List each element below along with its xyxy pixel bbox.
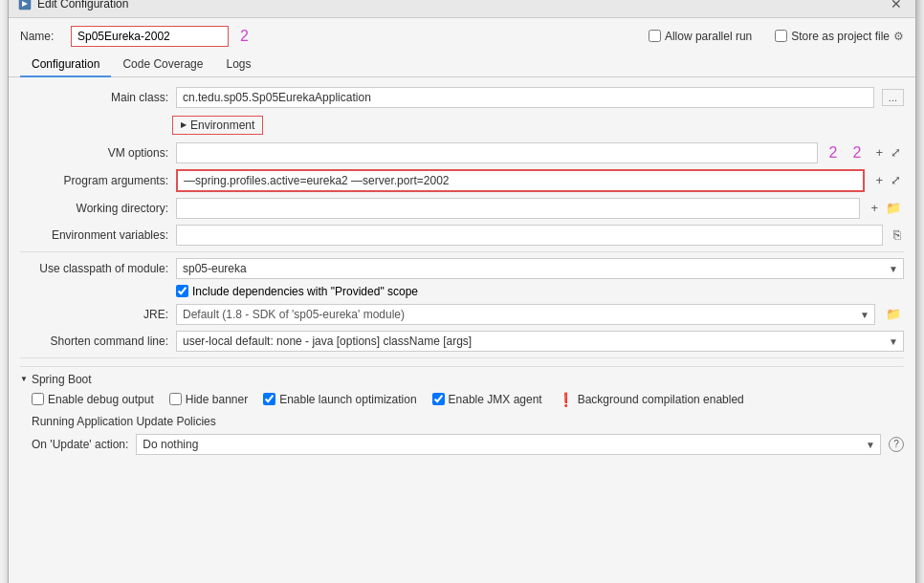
debug-output-option[interactable]: Enable debug output bbox=[32, 393, 154, 406]
jre-row: JRE: Default (1.8 - SDK of 'sp05-eureka'… bbox=[20, 304, 904, 325]
edit-configuration-dialog: Edit Configuration ✕ Name: 2 Allow paral… bbox=[8, 0, 916, 583]
tab-logs[interactable]: Logs bbox=[214, 53, 262, 77]
close-button[interactable]: ✕ bbox=[887, 0, 906, 11]
launch-opt-checkbox[interactable] bbox=[263, 393, 275, 405]
bg-compilation-label: Background compilation enabled bbox=[578, 393, 744, 406]
tab-configuration[interactable]: Configuration bbox=[20, 53, 111, 77]
jmx-agent-option[interactable]: Enable JMX agent bbox=[432, 393, 542, 406]
shorten-select[interactable]: user-local default: none - java [options… bbox=[176, 331, 904, 352]
program-args-input[interactable] bbox=[176, 169, 865, 192]
vm-options-expand-button[interactable]: ⤢ bbox=[888, 144, 904, 161]
tab-code-coverage[interactable]: Code Coverage bbox=[111, 53, 214, 77]
env-variables-input[interactable] bbox=[176, 225, 883, 246]
spring-boot-header: ▼ Spring Boot bbox=[20, 373, 904, 386]
warning-icon: ❗ bbox=[558, 392, 574, 407]
shorten-label: Shorten command line: bbox=[20, 335, 168, 348]
environment-label: Environment bbox=[190, 119, 254, 132]
name-row: Name: 2 Allow parallel run Store as proj… bbox=[9, 18, 915, 53]
program-args-expand-button[interactable]: ⤢ bbox=[888, 172, 904, 188]
hide-banner-option[interactable]: Hide banner bbox=[169, 393, 248, 406]
store-project-checkbox[interactable] bbox=[775, 30, 787, 42]
include-deps-checkbox[interactable] bbox=[176, 285, 188, 297]
jre-folder-button[interactable]: 📁 bbox=[883, 306, 904, 322]
launch-opt-option[interactable]: Enable launch optimization bbox=[263, 393, 416, 406]
name-number: 2 bbox=[240, 28, 249, 45]
hide-banner-checkbox[interactable] bbox=[169, 393, 182, 405]
env-variables-copy-button[interactable]: ⎘ bbox=[891, 227, 904, 243]
debug-output-label: Enable debug output bbox=[48, 393, 154, 406]
classpath-row: Use classpath of module: sp05-eureka ▼ bbox=[20, 258, 904, 279]
dialog-title: Edit Configuration bbox=[37, 0, 128, 11]
working-dir-actions: + 📁 bbox=[868, 200, 904, 216]
spring-boot-section: ▼ Spring Boot Enable debug output Hide b… bbox=[20, 366, 904, 407]
shorten-select-wrapper: user-local default: none - java [options… bbox=[176, 331, 904, 352]
update-select-wrapper: Do nothing Update classes and resources … bbox=[136, 434, 881, 455]
store-project-label[interactable]: Store as project file ⚙ bbox=[775, 30, 904, 43]
environment-toggle[interactable]: ▶ Environment bbox=[172, 116, 263, 135]
vm-options-label: VM options: bbox=[20, 146, 168, 160]
update-label: On 'Update' action: bbox=[32, 438, 128, 451]
dialog-icon bbox=[18, 0, 32, 11]
working-dir-add-button[interactable]: + bbox=[868, 200, 881, 216]
program-args-label: Program arguments: bbox=[20, 174, 168, 187]
triangle-right-icon: ▶ bbox=[181, 120, 187, 129]
title-bar-left: Edit Configuration bbox=[18, 0, 128, 11]
vm-options-input[interactable] bbox=[176, 142, 818, 163]
allow-parallel-text: Allow parallel run bbox=[665, 30, 752, 43]
jmx-agent-label: Enable JMX agent bbox=[449, 393, 542, 406]
vm-options-add-button[interactable]: + bbox=[872, 144, 886, 161]
jre-select[interactable]: Default (1.8 - SDK of 'sp05-eureka' modu… bbox=[176, 304, 875, 325]
include-deps-row: Include dependencies with "Provided" sco… bbox=[20, 285, 904, 298]
main-class-browse-button[interactable]: ... bbox=[882, 89, 904, 106]
spring-boot-triangle-icon[interactable]: ▼ bbox=[20, 375, 28, 383]
classpath-select[interactable]: sp05-eureka bbox=[176, 258, 904, 279]
jre-label: JRE: bbox=[20, 308, 168, 321]
separator-2 bbox=[20, 357, 904, 358]
working-dir-input[interactable] bbox=[176, 198, 860, 219]
working-dir-folder-button[interactable]: 📁 bbox=[883, 200, 904, 216]
name-label: Name: bbox=[20, 30, 63, 43]
env-variables-row: Environment variables: ⎘ bbox=[20, 225, 904, 246]
debug-output-checkbox[interactable] bbox=[32, 393, 44, 405]
include-deps-label[interactable]: Include dependencies with "Provided" sco… bbox=[176, 285, 418, 298]
environment-header: ▶ Environment bbox=[20, 114, 904, 137]
main-class-input[interactable] bbox=[176, 87, 874, 108]
running-app-title: Running Application Update Policies bbox=[20, 415, 904, 428]
vm-number-2: 2 bbox=[853, 144, 862, 162]
gear-icon[interactable]: ⚙ bbox=[893, 30, 904, 43]
bg-compilation-option: ❗ Background compilation enabled bbox=[558, 392, 744, 407]
store-project-text: Store as project file bbox=[791, 30, 890, 43]
working-dir-row: Working directory: + 📁 bbox=[20, 198, 904, 219]
separator-1 bbox=[20, 251, 904, 252]
launch-opt-label: Enable launch optimization bbox=[279, 393, 416, 406]
update-select[interactable]: Do nothing Update classes and resources … bbox=[136, 434, 881, 455]
classpath-label: Use classpath of module: bbox=[20, 262, 168, 275]
vm-options-actions: + ⤢ bbox=[872, 144, 904, 161]
help-icon[interactable]: ? bbox=[889, 437, 904, 452]
title-bar: Edit Configuration ✕ bbox=[9, 0, 915, 18]
spring-boot-options: Enable debug output Hide banner Enable l… bbox=[20, 392, 904, 407]
program-args-actions: + ⤢ bbox=[872, 172, 904, 188]
include-deps-text: Include dependencies with "Provided" sco… bbox=[192, 285, 418, 298]
content-area: Main class: ... ▶ Environment VM options… bbox=[9, 77, 915, 464]
running-app-section: Running Application Update Policies On '… bbox=[20, 415, 904, 455]
working-dir-label: Working directory: bbox=[20, 202, 168, 215]
classpath-select-wrapper: sp05-eureka ▼ bbox=[176, 258, 904, 279]
vm-number-1: 2 bbox=[829, 144, 838, 162]
main-class-row: Main class: ... bbox=[20, 87, 904, 108]
jmx-agent-checkbox[interactable] bbox=[432, 393, 445, 405]
environment-section: ▶ Environment bbox=[20, 114, 904, 137]
program-args-add-button[interactable]: + bbox=[872, 172, 886, 188]
program-args-row: Program arguments: + ⤢ bbox=[20, 169, 904, 192]
spring-boot-title: Spring Boot bbox=[32, 373, 92, 386]
update-row: On 'Update' action: Do nothing Update cl… bbox=[20, 434, 904, 455]
tabs: Configuration Code Coverage Logs bbox=[9, 53, 915, 77]
dialog-content: Main class: ... ▶ Environment VM options… bbox=[9, 77, 915, 584]
shorten-row: Shorten command line: user-local default… bbox=[20, 331, 904, 352]
main-class-label: Main class: bbox=[20, 91, 168, 104]
allow-parallel-label[interactable]: Allow parallel run bbox=[649, 30, 752, 43]
name-input[interactable] bbox=[71, 26, 229, 47]
allow-parallel-checkbox[interactable] bbox=[649, 30, 661, 42]
env-variables-label: Environment variables: bbox=[20, 228, 168, 242]
vm-options-row: VM options: 2 2 + ⤢ bbox=[20, 142, 904, 163]
